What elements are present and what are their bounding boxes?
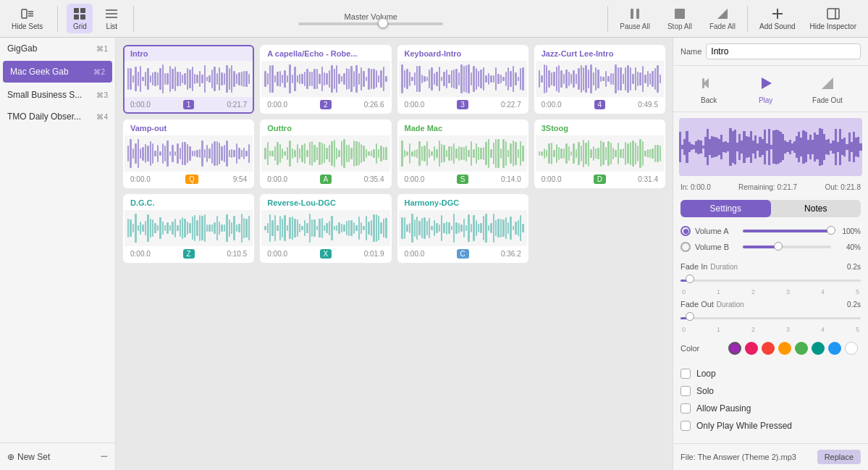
fade-out-section: Fade Out Duration 0.2s 0 1 2 3 4 5 — [673, 300, 868, 337]
allow-pausing-checkbox[interactable] — [681, 403, 691, 414]
waveform-reverse: for(let i=0;i<50;i++){const h=Math.rando… — [261, 210, 389, 246]
sound-tile-reverse[interactable]: Reverse-Lou-DGC for(let i=0;i<50;i++){co… — [260, 194, 391, 263]
divider3 — [607, 6, 608, 32]
color-section: Color — [673, 337, 868, 365]
grid-view-button[interactable]: Grid — [67, 4, 93, 33]
volume-b-slider[interactable] — [743, 246, 831, 248]
tab-notes[interactable]: Notes — [771, 200, 861, 217]
color-orange[interactable] — [778, 342, 791, 355]
waveform-acapella: for(let i=0;i<50;i++){const h=Math.rando… — [261, 61, 389, 97]
waveform-mademac: for(let i=0;i<50;i++){const h=Math.rando… — [399, 135, 527, 172]
sidebar-item-smallbusiness[interactable]: Small Business S... ⌘3 — [0, 84, 115, 106]
sound-tile-acapella[interactable]: A capella/Echo - Robe... for(let i=0;i<5… — [260, 45, 391, 114]
svg-rect-20 — [702, 78, 704, 88]
volume-a-radio[interactable] — [681, 226, 691, 236]
color-purple[interactable] — [728, 342, 741, 355]
svg-rect-11 — [631, 9, 633, 19]
sound-tile-3stoog[interactable]: 3Stoog for(let i=0;i<50;i++){const h=Mat… — [534, 119, 665, 188]
sidebar-item-macgeekgab[interactable]: Mac Geek Gab ⌘2 — [3, 61, 112, 83]
waveform-harmony: for(let i=0;i<50;i++){const h=Math.rando… — [399, 210, 527, 246]
svg-marker-14 — [717, 9, 728, 19]
volume-b-radio[interactable] — [681, 242, 691, 252]
waveform-3stoog: for(let i=0;i<50;i++){const h=Math.rando… — [536, 135, 664, 172]
color-green[interactable] — [795, 342, 808, 355]
svg-rect-13 — [675, 9, 685, 19]
svg-marker-22 — [822, 77, 833, 89]
solo-checkbox[interactable] — [681, 386, 691, 396]
sound-tile-jazz[interactable]: Jazz-Curt Lee-Intro for(let i=0;i<50;i++… — [534, 45, 665, 114]
waveform-intro: for(let i=0;i<50;i++){ const h = Math.ra… — [125, 61, 253, 97]
fade-in-slider[interactable] — [681, 272, 861, 287]
waveform-keyboard: for(let i=0;i<50;i++){const h=Math.rando… — [399, 61, 527, 97]
main-toolbar: Hide Sets Grid List Master Volume Pause … — [0, 0, 868, 38]
replace-button[interactable]: Replace — [817, 450, 861, 464]
waveform-jazz: for(let i=0;i<50;i++){const h=Math.rando… — [536, 61, 664, 97]
hide-sets-button[interactable]: Hide Sets — [6, 4, 49, 33]
only-play-checkbox[interactable] — [681, 421, 691, 431]
sidebar-item-tmo[interactable]: TMO Daily Obser... ⌘4 — [0, 106, 115, 127]
divider — [57, 6, 58, 32]
svg-rect-5 — [80, 8, 85, 13]
back-button[interactable]: Back — [699, 73, 719, 104]
solo-row: Solo — [673, 382, 868, 400]
color-white[interactable] — [845, 342, 858, 355]
allow-pausing-row: Allow Pausing — [673, 400, 868, 417]
add-sound-button[interactable]: Add Sound — [754, 4, 801, 33]
file-row: File: The Answer (Theme 2).mp3 Replace — [673, 443, 868, 470]
waveform-outtro: for(let i=0;i<50;i++){const h=Math.rando… — [261, 135, 389, 172]
volume-a-section: Volume A 100% Volume B — [673, 222, 868, 262]
fade-out-slider[interactable] — [681, 310, 861, 324]
waveform-vamp: for(let i=0;i<50;i++){const h=Math.rando… — [125, 135, 253, 172]
transport-controls: Pause All Stop All Fade All — [617, 4, 738, 33]
volume-b-row: Volume B 40% — [681, 242, 861, 252]
inspector-name-row: Name — [673, 38, 868, 66]
sidebar-item-giggab[interactable]: GigGab ⌘1 — [0, 38, 115, 59]
svg-rect-6 — [74, 14, 79, 20]
inspector-panel: Name Back Play Fade Out — [673, 38, 868, 470]
pause-all-button[interactable]: Pause All — [617, 4, 653, 33]
hide-inspector-button[interactable]: Hide Inspector — [804, 4, 862, 33]
color-red[interactable] — [762, 342, 775, 355]
play-button[interactable]: Play — [756, 73, 776, 104]
sound-tile-dgc[interactable]: D.G.C. for(let i=0;i<50;i++){const h=Mat… — [123, 194, 254, 263]
svg-rect-12 — [636, 9, 639, 19]
loop-checkbox[interactable] — [681, 369, 691, 379]
inspector-tabs: Settings Notes — [681, 200, 861, 217]
volume-a-row: Volume A 100% — [681, 226, 861, 236]
inspector-transport: Back Play Fade Out — [673, 66, 868, 112]
master-volume-slider[interactable] — [298, 22, 443, 25]
inspector-name-input[interactable] — [706, 43, 861, 59]
fade-in-section: Fade In Duration 0.2s 0 1 2 3 4 5 — [673, 262, 868, 300]
inspector-waveform: for(let i=0;i<80;i++){ const h = Math.ra… — [679, 118, 862, 176]
fade-out-button[interactable]: Fade Out — [812, 73, 843, 104]
sound-tile-harmony[interactable]: Harmony-DGC for(let i=0;i<50;i++){const … — [397, 194, 528, 263]
master-volume-section: Master Volume — [143, 12, 599, 25]
color-teal[interactable] — [812, 342, 825, 355]
svg-rect-17 — [827, 9, 839, 19]
color-pink[interactable] — [745, 342, 758, 355]
svg-rect-4 — [74, 8, 79, 13]
divider2 — [133, 6, 134, 32]
right-toolbar: Add Sound Hide Inspector — [744, 4, 862, 33]
sound-tile-intro[interactable]: Intro for(let i=0;i<50;i++){ const h = M… — [123, 45, 254, 114]
sound-tile-keyboard[interactable]: Keyboard-Intro for(let i=0;i<50;i++){con… — [397, 45, 528, 114]
svg-rect-7 — [80, 14, 85, 20]
list-view-button[interactable]: List — [98, 4, 125, 33]
stop-all-button[interactable]: Stop All — [665, 4, 695, 33]
new-set-button[interactable]: ⊕ New Set — [7, 452, 50, 462]
color-blue[interactable] — [828, 342, 841, 355]
sound-tile-outtro[interactable]: Outtro for(let i=0;i<50;i++){const h=Mat… — [260, 119, 391, 188]
main-area: GigGab ⌘1 Mac Geek Gab ⌘2 Small Business… — [0, 38, 868, 470]
sound-tile-mademac[interactable]: Made Mac for(let i=0;i<50;i++){const h=M… — [397, 119, 528, 188]
volume-a-slider[interactable] — [743, 230, 831, 232]
sidebar: GigGab ⌘1 Mac Geek Gab ⌘2 Small Business… — [0, 38, 116, 470]
tab-settings[interactable]: Settings — [681, 200, 771, 217]
svg-marker-21 — [762, 77, 772, 89]
fade-all-button[interactable]: Fade All — [707, 4, 738, 33]
remove-set-button[interactable]: − — [100, 449, 108, 464]
sidebar-footer: ⊕ New Set − — [0, 442, 115, 470]
sound-tile-vamp[interactable]: Vamp-out for(let i=0;i<50;i++){const h=M… — [123, 119, 254, 188]
svg-rect-0 — [22, 9, 27, 18]
sound-grid: Intro for(let i=0;i<50;i++){ const h = M… — [116, 38, 673, 470]
color-row: Color — [681, 342, 861, 355]
